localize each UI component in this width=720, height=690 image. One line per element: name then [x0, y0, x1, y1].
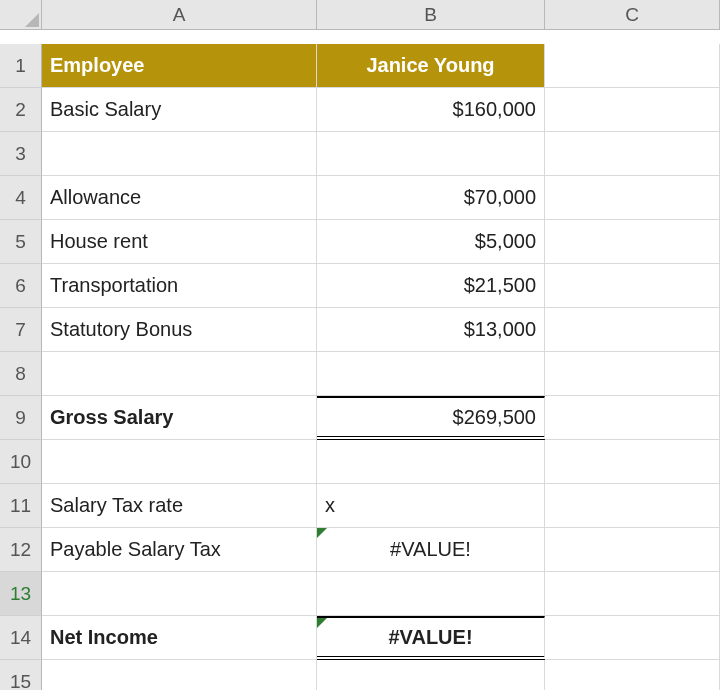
cell-A10[interactable] — [42, 440, 317, 484]
row-header-6[interactable]: 6 — [0, 264, 42, 308]
row-header-3[interactable]: 3 — [0, 132, 42, 176]
cell-B2[interactable]: $160,000 — [317, 88, 545, 132]
cell-B10[interactable] — [317, 440, 545, 484]
col-header-B[interactable]: B — [317, 0, 545, 30]
cell-C14[interactable] — [545, 616, 720, 660]
cell-B8[interactable] — [317, 352, 545, 396]
cell-C3[interactable] — [545, 132, 720, 176]
cell-C15[interactable] — [545, 660, 720, 690]
cell-C5[interactable] — [545, 220, 720, 264]
cell-C10[interactable] — [545, 440, 720, 484]
row-header-11[interactable]: 11 — [0, 484, 42, 528]
row-header-13[interactable]: 13 — [0, 572, 42, 616]
cell-A4[interactable]: Allowance — [42, 176, 317, 220]
row-header-1[interactable]: 1 — [0, 44, 42, 88]
cell-C6[interactable] — [545, 264, 720, 308]
cell-C4[interactable] — [545, 176, 720, 220]
row-header-10[interactable]: 10 — [0, 440, 42, 484]
cell-C7[interactable] — [545, 308, 720, 352]
cell-A6[interactable]: Transportation — [42, 264, 317, 308]
cell-B1[interactable]: Janice Young — [317, 44, 545, 88]
col-header-A[interactable]: A — [42, 0, 317, 30]
row-header-2[interactable]: 2 — [0, 88, 42, 132]
cell-A12[interactable]: Payable Salary Tax — [42, 528, 317, 572]
row-header-9[interactable]: 9 — [0, 396, 42, 440]
row-header-4[interactable]: 4 — [0, 176, 42, 220]
col-header-C[interactable]: C — [545, 0, 720, 30]
cell-A2[interactable]: Basic Salary — [42, 88, 317, 132]
cell-C2[interactable] — [545, 88, 720, 132]
select-all-triangle-icon — [25, 13, 39, 27]
cell-A7[interactable]: Statutory Bonus — [42, 308, 317, 352]
cell-A14[interactable]: Net Income — [42, 616, 317, 660]
cell-B7[interactable]: $13,000 — [317, 308, 545, 352]
cell-B15[interactable] — [317, 660, 545, 690]
cell-B12[interactable]: #VALUE! — [317, 528, 545, 572]
cell-B6[interactable]: $21,500 — [317, 264, 545, 308]
cell-A11[interactable]: Salary Tax rate — [42, 484, 317, 528]
cell-A5[interactable]: House rent — [42, 220, 317, 264]
cell-B4[interactable]: $70,000 — [317, 176, 545, 220]
svg-marker-0 — [25, 13, 39, 27]
row-header-8[interactable]: 8 — [0, 352, 42, 396]
cell-B5[interactable]: $5,000 — [317, 220, 545, 264]
cell-A8[interactable] — [42, 352, 317, 396]
spreadsheet-grid: A B C 1 Employee Janice Young 2 Basic Sa… — [0, 0, 720, 690]
row-header-7[interactable]: 7 — [0, 308, 42, 352]
cell-A9[interactable]: Gross Salary — [42, 396, 317, 440]
cell-A13[interactable] — [42, 572, 317, 616]
cell-A15[interactable] — [42, 660, 317, 690]
cell-B9[interactable]: $269,500 — [317, 396, 545, 440]
cell-C12[interactable] — [545, 528, 720, 572]
row-header-12[interactable]: 12 — [0, 528, 42, 572]
cell-B3[interactable] — [317, 132, 545, 176]
cell-B14[interactable]: #VALUE! — [317, 616, 545, 660]
cell-C9[interactable] — [545, 396, 720, 440]
row-header-15[interactable]: 15 — [0, 660, 42, 690]
cell-B11[interactable]: x — [317, 484, 545, 528]
cell-C11[interactable] — [545, 484, 720, 528]
row-header-14[interactable]: 14 — [0, 616, 42, 660]
cell-C13[interactable] — [545, 572, 720, 616]
row-header-5[interactable]: 5 — [0, 220, 42, 264]
select-all-corner[interactable] — [0, 0, 42, 30]
cell-C1[interactable] — [545, 44, 720, 88]
cell-C8[interactable] — [545, 352, 720, 396]
cell-B13[interactable] — [317, 572, 545, 616]
cell-A3[interactable] — [42, 132, 317, 176]
cell-A1[interactable]: Employee — [42, 44, 317, 88]
